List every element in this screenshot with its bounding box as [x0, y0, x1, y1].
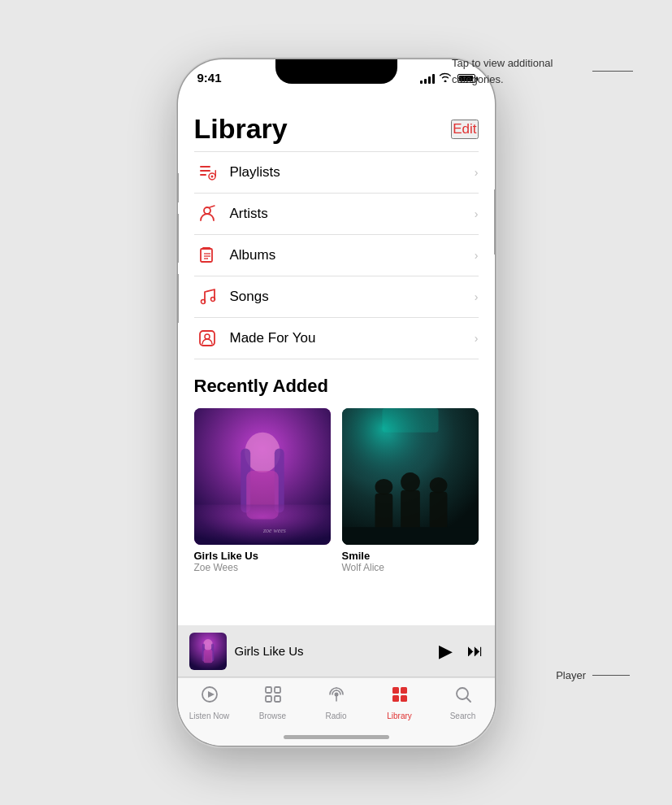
radio-icon: [327, 685, 346, 709]
tab-library[interactable]: Library: [368, 685, 431, 720]
albums-label: Albums: [230, 247, 475, 263]
player-annotation: Player: [556, 669, 630, 681]
album-girls-like-us[interactable]: GIRLSLIKE US: [194, 408, 331, 573]
svg-rect-48: [401, 687, 407, 694]
svg-rect-38: [203, 650, 212, 663]
songs-label: Songs: [230, 289, 475, 305]
mini-player-controls: ▶ ⏭: [439, 641, 483, 662]
svg-rect-22: [194, 505, 331, 545]
tab-search-label: Search: [450, 711, 476, 720]
svg-point-6: [204, 207, 210, 214]
madefor-icon: [194, 329, 220, 347]
album-girls-title: Girls Like Us: [194, 550, 331, 562]
svg-rect-9: [202, 247, 210, 249]
svg-point-27: [375, 479, 392, 495]
edit-annotation-line: [592, 71, 633, 72]
tab-listen-now-label: Listen Now: [189, 711, 229, 720]
svg-text:zoe wees: zoe wees: [262, 527, 285, 534]
mini-player-art: [189, 633, 227, 670]
signal-icon: [420, 74, 435, 84]
album-icon: [194, 246, 220, 264]
svg-point-29: [401, 472, 420, 492]
tab-library-label: Library: [387, 711, 412, 720]
notch: [275, 59, 397, 84]
library-header: Library Edit: [194, 100, 479, 151]
svg-rect-0: [200, 166, 210, 168]
mini-player[interactable]: Girls Like Us ▶ ⏭: [178, 625, 495, 677]
library-item-albums[interactable]: Albums ›: [194, 235, 479, 276]
album-smile-cover: [342, 408, 479, 545]
album-grid: GIRLSLIKE US: [194, 408, 479, 573]
playlists-label: Playlists: [230, 164, 475, 181]
album-girls-artist: Zoe Wees: [194, 562, 331, 573]
svg-marker-40: [208, 691, 215, 698]
svg-rect-42: [275, 687, 280, 693]
artists-chevron: ›: [475, 207, 479, 220]
library-item-made-for-you[interactable]: Made For You ›: [194, 318, 479, 359]
svg-rect-43: [266, 696, 271, 702]
tab-radio[interactable]: Radio: [305, 685, 368, 720]
scene: 9:41: [0, 0, 672, 805]
tab-radio-label: Radio: [325, 711, 346, 720]
edit-button[interactable]: Edit: [451, 120, 478, 139]
svg-rect-26: [382, 408, 438, 433]
svg-rect-47: [392, 687, 399, 694]
svg-point-14: [210, 298, 215, 302]
playlists-chevron: ›: [475, 166, 479, 179]
svg-rect-30: [401, 490, 420, 530]
artists-label: Artists: [230, 206, 475, 222]
svg-rect-50: [401, 695, 407, 702]
svg-rect-1: [200, 170, 210, 172]
svg-line-52: [466, 698, 470, 703]
tab-browse-label: Browse: [259, 711, 286, 720]
play-button[interactable]: ▶: [439, 641, 453, 662]
svg-rect-32: [429, 492, 447, 529]
svg-rect-49: [392, 695, 399, 702]
svg-point-4: [210, 176, 213, 178]
svg-rect-28: [375, 494, 392, 529]
song-icon: [194, 288, 220, 306]
skip-button[interactable]: ⏭: [467, 642, 483, 660]
album-smile-artist: Wolf Alice: [342, 562, 479, 573]
main-content: Library Edit: [178, 100, 495, 648]
phone-frame: 9:41: [178, 59, 495, 746]
library-item-songs[interactable]: Songs ›: [194, 276, 479, 318]
player-annotation-text: Player: [556, 669, 586, 681]
svg-rect-44: [275, 696, 280, 702]
songs-chevron: ›: [475, 290, 479, 303]
svg-rect-5: [215, 170, 216, 176]
search-icon: [453, 685, 473, 709]
listen-now-icon: [200, 685, 219, 709]
mini-player-title: Girls Like Us: [235, 644, 304, 658]
made-for-you-label: Made For You: [230, 330, 475, 346]
svg-point-13: [201, 300, 205, 304]
tab-listen-now[interactable]: Listen Now: [178, 685, 241, 720]
album-art-smile: [342, 408, 479, 545]
tab-search[interactable]: Search: [431, 685, 495, 720]
library-item-artists[interactable]: Artists ›: [194, 194, 479, 235]
mini-player-art-svg: [189, 633, 227, 670]
library-icon: [390, 685, 410, 709]
album-smile-svg: [342, 408, 479, 545]
edit-annotation: Tap to view additional categories.: [452, 55, 633, 87]
svg-point-16: [205, 334, 210, 339]
album-art-svg: zoe wees: [194, 408, 331, 545]
wifi-icon: [439, 72, 452, 85]
recently-added-title: Recently Added: [194, 376, 479, 397]
tab-browse[interactable]: Browse: [241, 685, 305, 720]
recently-added-section: Recently Added GIRLSLIKE US: [194, 376, 479, 573]
albums-chevron: ›: [475, 249, 479, 262]
album-smile[interactable]: Smile Wolf Alice: [342, 408, 479, 573]
library-item-playlists[interactable]: Playlists ›: [194, 152, 479, 194]
svg-rect-2: [200, 174, 206, 176]
status-time: 9:41: [197, 71, 222, 85]
svg-rect-41: [266, 687, 271, 693]
svg-line-7: [210, 206, 215, 207]
player-annotation-line: [592, 675, 630, 676]
artist-icon: [194, 205, 220, 223]
playlist-icon: [194, 163, 220, 181]
album-art-girls: GIRLSLIKE US: [194, 408, 331, 545]
svg-point-31: [429, 477, 447, 494]
svg-rect-8: [201, 249, 212, 262]
library-list: Playlists › Artists ›: [194, 151, 479, 359]
